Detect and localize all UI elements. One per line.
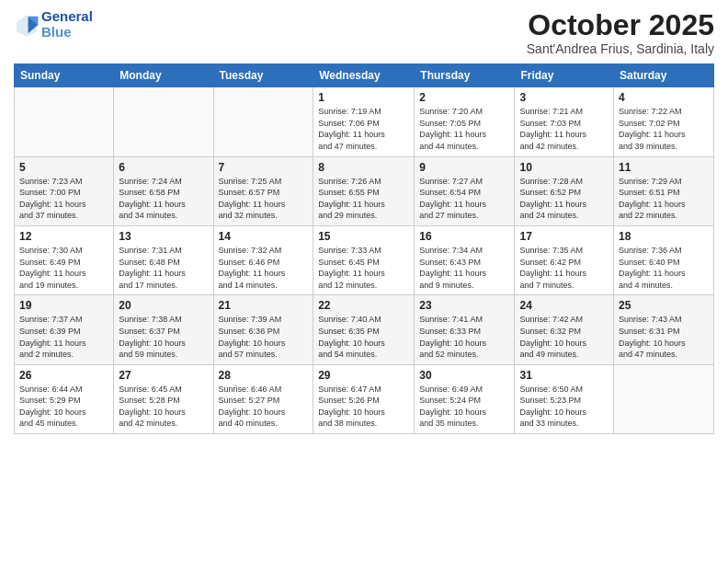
calendar-day-22: 22Sunrise: 7:40 AM Sunset: 6:35 PM Dayli… [313, 295, 415, 364]
day-number: 30 [419, 369, 509, 382]
day-info: Sunrise: 7:27 AM Sunset: 6:54 PM Dayligh… [419, 176, 509, 222]
logo: General Blue [14, 9, 93, 40]
logo-text: General Blue [41, 9, 93, 40]
day-info: Sunrise: 7:23 AM Sunset: 7:00 PM Dayligh… [19, 176, 108, 222]
day-info: Sunrise: 6:47 AM Sunset: 5:26 PM Dayligh… [318, 384, 409, 430]
day-number: 1 [318, 91, 409, 104]
day-info: Sunrise: 6:50 AM Sunset: 5:23 PM Dayligh… [519, 384, 609, 430]
day-info: Sunrise: 6:44 AM Sunset: 5:29 PM Dayligh… [19, 384, 108, 430]
header-right: October 2025 Sant'Andrea Frius, Sardinia… [527, 9, 714, 56]
day-header-tuesday: Tuesday [213, 64, 313, 87]
day-info: Sunrise: 7:35 AM Sunset: 6:42 PM Dayligh… [519, 245, 609, 291]
day-header-friday: Friday [515, 64, 614, 87]
day-info: Sunrise: 6:45 AM Sunset: 5:28 PM Dayligh… [119, 384, 208, 430]
day-info: Sunrise: 7:21 AM Sunset: 7:03 PM Dayligh… [519, 106, 609, 152]
calendar-day-13: 13Sunrise: 7:31 AM Sunset: 6:48 PM Dayli… [114, 225, 213, 294]
day-info: Sunrise: 7:38 AM Sunset: 6:37 PM Dayligh… [119, 314, 208, 360]
logo-icon [14, 12, 40, 38]
calendar: SundayMondayTuesdayWednesdayThursdayFrid… [14, 63, 714, 434]
calendar-day-31: 31Sunrise: 6:50 AM Sunset: 5:23 PM Dayli… [515, 364, 614, 433]
calendar-header-row: SundayMondayTuesdayWednesdayThursdayFrid… [15, 64, 714, 87]
day-info: Sunrise: 7:29 AM Sunset: 6:51 PM Dayligh… [619, 176, 709, 222]
day-info: Sunrise: 7:32 AM Sunset: 6:46 PM Dayligh… [219, 245, 309, 291]
day-info: Sunrise: 7:43 AM Sunset: 6:31 PM Dayligh… [619, 314, 709, 360]
calendar-day-18: 18Sunrise: 7:36 AM Sunset: 6:40 PM Dayli… [614, 225, 714, 294]
day-number: 26 [19, 369, 108, 382]
month-title: October 2025 [527, 9, 714, 41]
calendar-day-11: 11Sunrise: 7:29 AM Sunset: 6:51 PM Dayli… [614, 156, 714, 225]
day-info: Sunrise: 7:19 AM Sunset: 7:06 PM Dayligh… [318, 106, 409, 152]
day-info: Sunrise: 7:33 AM Sunset: 6:45 PM Dayligh… [318, 245, 409, 291]
day-info: Sunrise: 7:39 AM Sunset: 6:36 PM Dayligh… [219, 314, 309, 360]
day-header-thursday: Thursday [415, 64, 515, 87]
calendar-day-17: 17Sunrise: 7:35 AM Sunset: 6:42 PM Dayli… [515, 225, 614, 294]
empty-day [614, 364, 714, 433]
day-info: Sunrise: 7:28 AM Sunset: 6:52 PM Dayligh… [519, 176, 609, 222]
day-number: 10 [519, 161, 609, 174]
page: General Blue October 2025 Sant'Andrea Fr… [0, 0, 728, 563]
day-number: 25 [619, 299, 709, 312]
day-number: 21 [219, 299, 309, 312]
calendar-day-26: 26Sunrise: 6:44 AM Sunset: 5:29 PM Dayli… [15, 364, 114, 433]
day-number: 31 [519, 369, 609, 382]
calendar-day-10: 10Sunrise: 7:28 AM Sunset: 6:52 PM Dayli… [515, 156, 614, 225]
calendar-week-row: 19Sunrise: 7:37 AM Sunset: 6:39 PM Dayli… [15, 295, 714, 364]
day-number: 17 [519, 230, 609, 243]
calendar-day-2: 2Sunrise: 7:20 AM Sunset: 7:05 PM Daylig… [415, 87, 515, 156]
calendar-day-28: 28Sunrise: 6:46 AM Sunset: 5:27 PM Dayli… [213, 364, 313, 433]
location: Sant'Andrea Frius, Sardinia, Italy [527, 41, 714, 56]
day-number: 15 [318, 230, 409, 243]
day-info: Sunrise: 7:36 AM Sunset: 6:40 PM Dayligh… [619, 245, 709, 291]
calendar-day-29: 29Sunrise: 6:47 AM Sunset: 5:26 PM Dayli… [313, 364, 415, 433]
calendar-week-row: 12Sunrise: 7:30 AM Sunset: 6:49 PM Dayli… [15, 225, 714, 294]
calendar-day-7: 7Sunrise: 7:25 AM Sunset: 6:57 PM Daylig… [213, 156, 313, 225]
calendar-day-8: 8Sunrise: 7:26 AM Sunset: 6:55 PM Daylig… [313, 156, 415, 225]
calendar-day-27: 27Sunrise: 6:45 AM Sunset: 5:28 PM Dayli… [114, 364, 213, 433]
day-number: 7 [219, 161, 309, 174]
day-number: 20 [119, 299, 208, 312]
day-number: 12 [19, 230, 108, 243]
day-info: Sunrise: 7:42 AM Sunset: 6:32 PM Dayligh… [519, 314, 609, 360]
day-number: 22 [318, 299, 409, 312]
day-number: 9 [419, 161, 509, 174]
day-info: Sunrise: 7:41 AM Sunset: 6:33 PM Dayligh… [419, 314, 509, 360]
calendar-day-15: 15Sunrise: 7:33 AM Sunset: 6:45 PM Dayli… [313, 225, 415, 294]
calendar-day-16: 16Sunrise: 7:34 AM Sunset: 6:43 PM Dayli… [415, 225, 515, 294]
calendar-day-4: 4Sunrise: 7:22 AM Sunset: 7:02 PM Daylig… [614, 87, 714, 156]
day-number: 8 [318, 161, 409, 174]
empty-day [114, 87, 213, 156]
calendar-week-row: 26Sunrise: 6:44 AM Sunset: 5:29 PM Dayli… [15, 364, 714, 433]
calendar-day-5: 5Sunrise: 7:23 AM Sunset: 7:00 PM Daylig… [15, 156, 114, 225]
calendar-day-19: 19Sunrise: 7:37 AM Sunset: 6:39 PM Dayli… [15, 295, 114, 364]
calendar-week-row: 5Sunrise: 7:23 AM Sunset: 7:00 PM Daylig… [15, 156, 714, 225]
day-info: Sunrise: 7:30 AM Sunset: 6:49 PM Dayligh… [19, 245, 108, 291]
day-info: Sunrise: 7:34 AM Sunset: 6:43 PM Dayligh… [419, 245, 509, 291]
day-number: 11 [619, 161, 709, 174]
day-header-sunday: Sunday [15, 64, 114, 87]
day-info: Sunrise: 7:22 AM Sunset: 7:02 PM Dayligh… [619, 106, 709, 152]
day-number: 6 [119, 161, 208, 174]
day-number: 27 [119, 369, 208, 382]
calendar-day-3: 3Sunrise: 7:21 AM Sunset: 7:03 PM Daylig… [515, 87, 614, 156]
calendar-day-20: 20Sunrise: 7:38 AM Sunset: 6:37 PM Dayli… [114, 295, 213, 364]
day-info: Sunrise: 6:49 AM Sunset: 5:24 PM Dayligh… [419, 384, 509, 430]
day-number: 13 [119, 230, 208, 243]
calendar-day-25: 25Sunrise: 7:43 AM Sunset: 6:31 PM Dayli… [614, 295, 714, 364]
calendar-day-30: 30Sunrise: 6:49 AM Sunset: 5:24 PM Dayli… [415, 364, 515, 433]
day-info: Sunrise: 7:20 AM Sunset: 7:05 PM Dayligh… [419, 106, 509, 152]
day-info: Sunrise: 7:26 AM Sunset: 6:55 PM Dayligh… [318, 176, 409, 222]
calendar-day-21: 21Sunrise: 7:39 AM Sunset: 6:36 PM Dayli… [213, 295, 313, 364]
day-info: Sunrise: 7:40 AM Sunset: 6:35 PM Dayligh… [318, 314, 409, 360]
day-number: 16 [419, 230, 509, 243]
calendar-day-24: 24Sunrise: 7:42 AM Sunset: 6:32 PM Dayli… [515, 295, 614, 364]
day-number: 28 [219, 369, 309, 382]
calendar-day-12: 12Sunrise: 7:30 AM Sunset: 6:49 PM Dayli… [15, 225, 114, 294]
day-info: Sunrise: 7:25 AM Sunset: 6:57 PM Dayligh… [219, 176, 309, 222]
day-number: 14 [219, 230, 309, 243]
day-number: 24 [519, 299, 609, 312]
day-number: 5 [19, 161, 108, 174]
calendar-day-23: 23Sunrise: 7:41 AM Sunset: 6:33 PM Dayli… [415, 295, 515, 364]
day-number: 29 [318, 369, 409, 382]
calendar-week-row: 1Sunrise: 7:19 AM Sunset: 7:06 PM Daylig… [15, 87, 714, 156]
day-header-monday: Monday [114, 64, 213, 87]
